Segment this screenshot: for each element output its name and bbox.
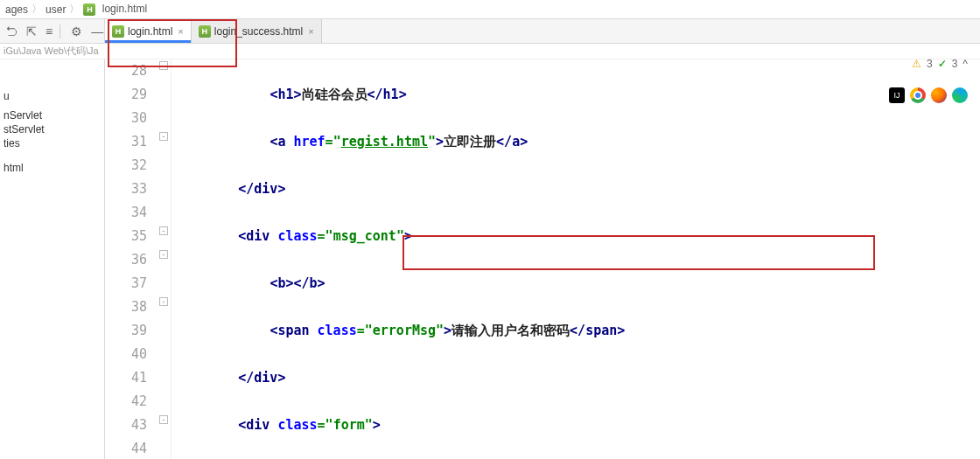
fold-marker-icon[interactable]: - <box>159 415 168 424</box>
line-number: 33 <box>105 177 147 201</box>
chrome-icon[interactable] <box>910 87 926 103</box>
line-number: 31 <box>105 130 147 154</box>
main-area: u nServlet stServlet ties html 282930313… <box>0 59 980 459</box>
list-item[interactable]: ties <box>4 136 101 150</box>
check-icon: ✓ <box>938 58 947 70</box>
line-number: 36 <box>105 248 147 272</box>
tab-label: login_success.html <box>214 25 303 38</box>
line-number: 41 <box>105 366 147 390</box>
list-item[interactable]: stServlet <box>4 122 101 136</box>
warning-count: 3 <box>927 58 933 70</box>
breadcrumb-seg[interactable]: user <box>46 3 66 16</box>
gear-icon[interactable]: ⚙ <box>69 23 84 40</box>
tab-login-html[interactable]: login.html × <box>105 19 192 43</box>
firefox-icon[interactable] <box>931 87 947 103</box>
html-file-icon <box>83 3 95 16</box>
line-number: 40 <box>105 343 147 366</box>
chevron-right-icon: 〉 <box>32 2 42 17</box>
line-number-gutter: 2829303132333435363738394041424344 <box>105 59 158 459</box>
line-number: 28 <box>105 59 147 83</box>
code-area[interactable]: <h1>尚硅谷会员</h1> <a href="regist.html">立即注… <box>172 59 980 459</box>
list-item[interactable]: html <box>4 161 101 175</box>
line-number: 43 <box>105 414 147 437</box>
line-number: 44 <box>105 437 147 459</box>
tab-login-success-html[interactable]: login_success.html × <box>192 19 322 43</box>
line-number: 32 <box>105 154 147 177</box>
list-item[interactable]: nServlet <box>4 108 101 122</box>
chevron-right-icon: 〉 <box>69 2 80 17</box>
ok-count: 3 <box>952 58 958 70</box>
tab-label: login.html <box>128 25 172 38</box>
project-toolbar: ⮌ ⇱ ≡ ⚙ — <box>0 19 105 43</box>
editor-tabs: login.html × login_success.html × <box>105 19 322 43</box>
line-number: 42 <box>105 390 147 414</box>
browser-launch-bar: IJ <box>889 87 968 103</box>
breadcrumb[interactable]: ages 〉 user 〉 login.html <box>0 0 980 19</box>
fold-marker-icon[interactable]: - <box>159 132 168 141</box>
close-icon[interactable]: × <box>178 26 183 37</box>
close-icon[interactable]: × <box>308 26 313 37</box>
edge-icon[interactable] <box>952 87 968 103</box>
line-number: 29 <box>105 83 147 107</box>
breadcrumb-seg[interactable]: ages <box>5 3 28 16</box>
fold-marker-icon[interactable]: - <box>159 297 168 306</box>
tool-icon[interactable]: ⮌ <box>4 23 19 40</box>
fold-marker-icon[interactable]: - <box>159 226 168 235</box>
line-number: 38 <box>105 296 147 319</box>
tool-icon[interactable]: ⇱ <box>24 23 38 40</box>
tool-icon[interactable]: ≡ <box>44 23 54 40</box>
collapse-icon[interactable]: — <box>89 23 105 40</box>
tab-bar-row: ⮌ ⇱ ≡ ⚙ — login.html × login_success.htm… <box>0 19 980 44</box>
line-number: 34 <box>105 201 147 225</box>
fold-marker-icon[interactable]: - <box>159 250 168 259</box>
code-editor[interactable]: 2829303132333435363738394041424344 - - -… <box>105 59 980 459</box>
project-panel[interactable]: u nServlet stServlet ties html <box>0 59 105 459</box>
breadcrumb-file[interactable]: login.html <box>83 3 147 16</box>
line-number: 39 <box>105 319 147 343</box>
html-file-icon <box>112 25 124 38</box>
fold-gutter[interactable]: - - - - - - <box>158 59 172 459</box>
list-item[interactable]: u <box>4 89 101 103</box>
path-strip: iGu\Java Web\代码\Ja <box>0 44 980 59</box>
intellij-icon[interactable]: IJ <box>889 87 905 103</box>
line-number: 37 <box>105 272 147 296</box>
line-number: 30 <box>105 107 147 130</box>
chevron-icon[interactable]: ^ <box>962 58 968 70</box>
fold-marker-icon[interactable]: - <box>159 61 168 70</box>
line-number: 35 <box>105 225 147 248</box>
warning-icon: ⚠ <box>912 58 921 70</box>
inspections-widget[interactable]: ⚠ 3 ✓ 3 ^ <box>912 58 968 70</box>
html-file-icon <box>199 25 211 38</box>
